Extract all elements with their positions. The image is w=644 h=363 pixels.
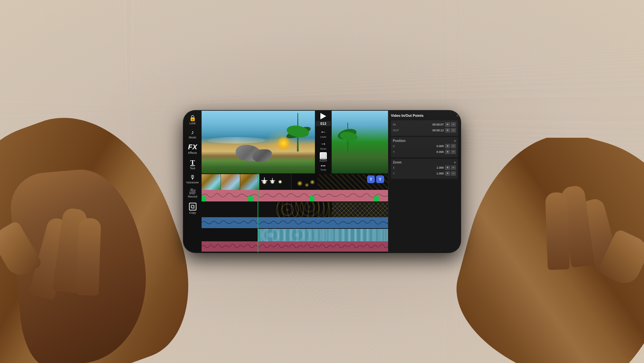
pos-x-plus-btn[interactable]: + bbox=[445, 144, 450, 148]
bokeh-dot-1 bbox=[297, 181, 303, 186]
tools-label: Tools bbox=[320, 168, 327, 171]
text-label: Text bbox=[190, 167, 195, 170]
tools-button[interactable]: ••• Tools bbox=[320, 164, 327, 171]
zoom-x-value: 1.000 bbox=[402, 166, 444, 169]
thumb-bokeh-right: T T bbox=[317, 174, 388, 190]
bokeh-dot-3 bbox=[310, 180, 315, 185]
decorated-track bbox=[202, 229, 388, 242]
sidebar-item-lock[interactable]: 🔒 Lock bbox=[184, 113, 201, 127]
sidebar-item-copy[interactable]: ⧉ Copy bbox=[184, 201, 201, 216]
zoom-title: Zoom bbox=[393, 161, 402, 164]
in-value: 00:00:07 bbox=[402, 123, 444, 126]
forward-button[interactable]: → Redo bbox=[320, 140, 327, 150]
lock-icon: 🔒 bbox=[189, 115, 196, 121]
right-panel: Video In/Out Points › IN 00:00:07 + − bbox=[388, 111, 460, 252]
out-label: OUT bbox=[393, 129, 402, 132]
green-marker-mid-1 bbox=[248, 196, 253, 201]
fx-icon: FX bbox=[188, 144, 197, 151]
out-row: OUT 00:00:12 + − bbox=[393, 128, 456, 133]
circle-pattern bbox=[258, 229, 388, 242]
thumb-beach-1 bbox=[202, 174, 221, 190]
zoom-y-minus-btn[interactable]: − bbox=[451, 171, 456, 176]
green-marker-left-1 bbox=[202, 196, 206, 201]
waveform-svg-2 bbox=[202, 217, 388, 228]
in-btn-group: + − bbox=[445, 122, 456, 127]
audio-track-3 bbox=[202, 241, 388, 252]
green-marker-right-1 bbox=[374, 196, 379, 201]
in-minus-btn[interactable]: − bbox=[451, 122, 456, 127]
back-button[interactable]: ← Undo bbox=[320, 128, 327, 138]
zoom-x-minus-btn[interactable]: − bbox=[451, 165, 456, 170]
vertical-controls: 013 ← Undo → Redo bbox=[315, 111, 332, 173]
zoom-x-label: X bbox=[393, 166, 402, 169]
position-x-row: X 0.000 + − bbox=[393, 144, 456, 148]
in-plus-btn[interactable]: + bbox=[445, 122, 450, 127]
timeline: T T bbox=[202, 173, 388, 252]
position-y-label: Y bbox=[393, 150, 402, 154]
forward-icon: → bbox=[320, 140, 327, 147]
zoom-chevron: ∨ bbox=[454, 161, 456, 164]
music-icon: ♪ bbox=[191, 129, 194, 135]
sidebar-item-voiceover[interactable]: 🎙 Voiceover bbox=[184, 172, 201, 186]
pos-x-minus-btn[interactable]: − bbox=[451, 144, 456, 148]
export-button[interactable]: ⬜ Export bbox=[319, 152, 327, 162]
bokeh-dot-2 bbox=[305, 183, 309, 187]
back-icon: ← bbox=[320, 128, 327, 135]
record-icon: 🎥 bbox=[189, 189, 196, 194]
audio-track-2 bbox=[202, 217, 388, 228]
frame-counter: 013 bbox=[316, 121, 331, 126]
zoom-y-btn-group: + − bbox=[445, 171, 456, 176]
record-label: Record bbox=[188, 195, 197, 198]
sparkle-cross-v-2 bbox=[272, 178, 273, 183]
thumb-beach-3 bbox=[240, 174, 260, 190]
video-track-1: T T bbox=[202, 174, 388, 190]
in-row: IN 00:00:07 + − bbox=[393, 122, 456, 127]
redo-label: Redo bbox=[320, 147, 326, 150]
green-marker-mid-2 bbox=[310, 196, 314, 201]
pos-x-btn-group: + − bbox=[445, 144, 456, 148]
sidebar-item-effects[interactable]: FX Effects bbox=[184, 142, 201, 156]
split-background bbox=[332, 111, 388, 173]
left-sidebar: 🔒 Lock ♪ Music FX Effects T bbox=[184, 111, 202, 252]
zoom-x-row: X 1.000 + − bbox=[393, 165, 456, 170]
out-minus-btn[interactable]: − bbox=[451, 128, 456, 133]
text-icon: T bbox=[190, 159, 195, 166]
sparkle-cross-v-1 bbox=[264, 177, 265, 184]
position-y-row: Y 0.000 + − bbox=[393, 150, 456, 154]
pos-y-minus-btn[interactable]: − bbox=[451, 150, 456, 154]
voiceover-icon: 🎙 bbox=[190, 174, 195, 180]
zoom-x-btn-group: + − bbox=[445, 165, 456, 170]
decorated-filled bbox=[258, 229, 388, 242]
text-badge-2: T bbox=[376, 175, 384, 183]
music-label: Music bbox=[189, 136, 196, 139]
export-label: Export bbox=[319, 159, 327, 162]
position-x-value: 0.000 bbox=[402, 144, 444, 148]
export-icon: ⬜ bbox=[320, 152, 327, 159]
position-section: Position ∨ X 0.000 + − bbox=[391, 137, 458, 157]
position-title: Position bbox=[393, 139, 405, 143]
sidebar-item-text[interactable]: T Text bbox=[184, 157, 201, 172]
phone-body: 🔒 Lock ♪ Music FX Effects T bbox=[184, 111, 460, 252]
play-button[interactable] bbox=[320, 113, 326, 119]
in-label: IN bbox=[393, 123, 402, 126]
sidebar-item-record[interactable]: 🎥 Record bbox=[184, 187, 201, 200]
sidebar-item-music[interactable]: ♪ Music bbox=[184, 127, 201, 141]
thumb-sparkle-1 bbox=[260, 174, 292, 190]
pos-y-plus-btn[interactable]: + bbox=[445, 150, 450, 154]
track2-pattern bbox=[332, 202, 388, 217]
zoom-y-label: Y bbox=[393, 172, 402, 175]
position-x-label: X bbox=[393, 144, 402, 148]
position-header: Position ∨ bbox=[393, 139, 456, 143]
thumb-bokeh-1 bbox=[292, 174, 317, 190]
play-icon bbox=[320, 113, 326, 119]
hand-right bbox=[435, 138, 644, 363]
undo-label: Undo bbox=[320, 135, 326, 138]
playhead bbox=[258, 173, 258, 252]
zoom-section: Zoom ∨ X 1.000 + − bbox=[391, 159, 458, 179]
voiceover-label: Voiceover bbox=[186, 181, 199, 184]
thumb-beach-2 bbox=[221, 174, 240, 190]
out-plus-btn[interactable]: + bbox=[445, 128, 450, 133]
zoom-x-plus-btn[interactable]: + bbox=[445, 165, 450, 170]
text-badges: T T bbox=[367, 175, 384, 183]
zoom-y-plus-btn[interactable]: + bbox=[445, 171, 450, 176]
